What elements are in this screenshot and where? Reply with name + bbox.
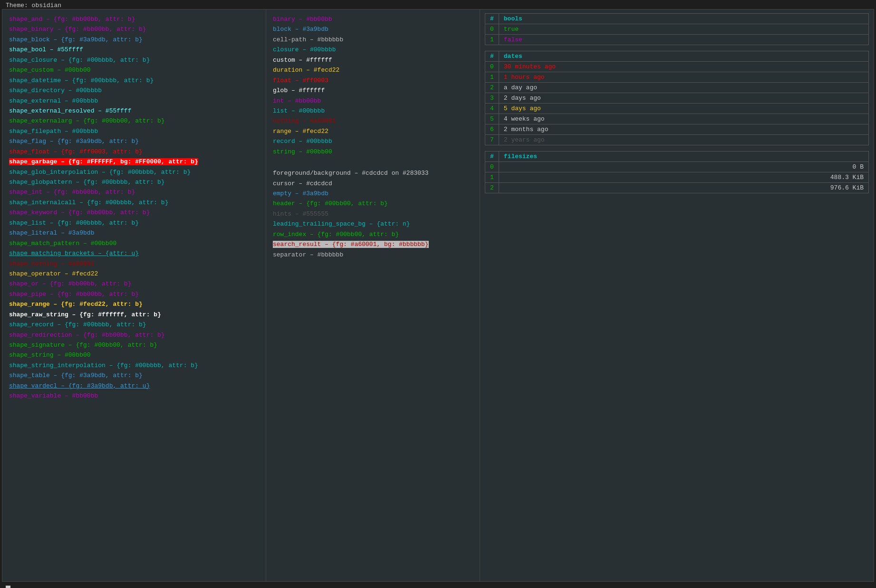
list-item: cell-path – #bbbbbb bbox=[273, 35, 473, 45]
list-item: shape_record – {fg: #00bbbb, attr: b} bbox=[9, 320, 259, 330]
cursor bbox=[6, 586, 10, 588]
list-item: shape_signature – {fg: #00bb00, attr: b} bbox=[9, 340, 259, 350]
bools-col-label: bools bbox=[499, 14, 868, 24]
list-item: shape_range – {fg: #fecd22, attr: b} bbox=[9, 299, 259, 309]
list-item: cursor – #cdcdcd bbox=[273, 179, 473, 189]
list-item: shape_binary – {fg: #bb00bb, attr: b} bbox=[9, 24, 259, 34]
list-item: shape_datetime – {fg: #00bbbb, attr: b} bbox=[9, 76, 259, 85]
list-item: nothing – #a60001 bbox=[273, 116, 473, 126]
list-item: shape_matching_brackets – {attr: u} bbox=[9, 248, 259, 258]
list-item: list – #00bbbb bbox=[273, 106, 473, 116]
list-item: shape_glob_interpolation – {fg: #00bbbb,… bbox=[9, 167, 259, 177]
main-container: shape_and – {fg: #bb00bb, attr: b}shape_… bbox=[2, 9, 874, 582]
list-item: shape_bool – #55ffff bbox=[9, 45, 259, 55]
list-item: shape_literal – #3a9bdb bbox=[9, 228, 259, 238]
list-item: shape_redirection – {fg: #bb00bb, attr: … bbox=[9, 330, 259, 340]
list-item: binary – #bb00bb bbox=[273, 14, 473, 24]
table-row: 030 minutes ago bbox=[485, 62, 869, 72]
list-item: shape_int – {fg: #bb00bb, attr: b} bbox=[9, 187, 259, 197]
list-item: shape_garbage – {fg: #FFFFFF, bg: #FF000… bbox=[9, 157, 259, 167]
list-item: shape_external – #00bbbb bbox=[9, 96, 259, 106]
left-column: shape_and – {fg: #bb00bb, attr: b}shape_… bbox=[2, 9, 266, 581]
list-item: shape_raw_string – {fg: #ffffff, attr: b… bbox=[9, 310, 259, 320]
list-item: shape_list – {fg: #00bbbb, attr: b} bbox=[9, 218, 259, 228]
list-item: separator – #bbbbbb bbox=[273, 250, 473, 260]
dates-col-label: dates bbox=[499, 51, 868, 62]
list-item: int – #bb00bb bbox=[273, 96, 473, 106]
table-row: 1false bbox=[485, 35, 869, 45]
list-item: shape_and – {fg: #bb00bb, attr: b} bbox=[9, 14, 259, 24]
list-item: shape_block – {fg: #3a9bdb, attr: b} bbox=[9, 35, 259, 45]
table-row: 11 hours ago bbox=[485, 72, 869, 83]
list-item: shape_external_resolved – #55ffff bbox=[9, 106, 259, 116]
list-item: block – #3a9bdb bbox=[273, 24, 473, 34]
list-item: shape_match_pattern – #00bb00 bbox=[9, 238, 259, 248]
list-item: foreground/background – #cdcdcd on #2830… bbox=[273, 168, 473, 178]
table-row: 1488.3 KiB bbox=[485, 172, 869, 183]
title-bar: Theme: obsidian bbox=[2, 2, 874, 9]
list-item: shape_internalcall – {fg: #00bbbb, attr:… bbox=[9, 198, 259, 208]
list-item: shape_variable – #bb00bb bbox=[9, 391, 259, 401]
list-item: shape_string – #00bb00 bbox=[9, 350, 259, 360]
list-item: shape_closure – {fg: #00bbbb, attr: b} bbox=[9, 55, 259, 65]
list-item: shape_custom – #00bb00 bbox=[9, 65, 259, 75]
table-row: 32 days ago bbox=[485, 93, 869, 104]
list-item: shape_float – {fg: #ff0003, attr: b} bbox=[9, 147, 259, 157]
list-item: shape_operator – #fecd22 bbox=[9, 269, 259, 279]
filesizes-col-label: filesizes bbox=[499, 152, 868, 162]
list-item: float – #ff0003 bbox=[273, 76, 473, 85]
table-row: 2976.6 KiB bbox=[485, 183, 869, 193]
table-row: 62 months ago bbox=[485, 124, 869, 135]
list-item: shape_pipe – {fg: #bb00bb, attr: b} bbox=[9, 289, 259, 299]
bools-table: # bools 0true1false bbox=[485, 13, 869, 45]
list-item: shape_filepath – #00bbbb bbox=[9, 126, 259, 136]
list-item: empty – #3a9bdb bbox=[273, 189, 473, 199]
list-item: string – #00bb00 bbox=[273, 147, 473, 157]
table-row: 72 years ago bbox=[485, 135, 869, 145]
list-item: record – #00bbbb bbox=[273, 136, 473, 146]
dates-col-hash: # bbox=[485, 51, 499, 62]
table-row: 2a day ago bbox=[485, 83, 869, 93]
list-item: row_index – {fg: #00bb00, attr: b} bbox=[273, 229, 473, 239]
list-item: shape_flag – {fg: #3a9bdb, attr: b} bbox=[9, 136, 259, 146]
table-row: 0true bbox=[485, 24, 869, 35]
list-item: shape_or – {fg: #bb00bb, attr: b} bbox=[9, 279, 259, 289]
list-item: shape_globpattern – {fg: #00bbbb, attr: … bbox=[9, 177, 259, 187]
list-item: shape_table – {fg: #3a9bdb, attr: b} bbox=[9, 370, 259, 380]
dates-table: # dates 030 minutes ago11 hours ago2a da… bbox=[485, 51, 869, 145]
list-item: closure – #00bbbb bbox=[273, 45, 473, 55]
list-item: shape_keyword – {fg: #bb00bb, attr: b} bbox=[9, 208, 259, 218]
list-item: shape_string_interpolation – {fg: #00bbb… bbox=[9, 360, 259, 370]
list-item: shape_nothing – #a60001 bbox=[9, 259, 259, 269]
list-item: search_result – {fg: #a60001, bg: #bbbbb… bbox=[273, 239, 473, 249]
middle-column: binary – #bb00bbblock – #3a9bdbcell-path… bbox=[266, 9, 480, 581]
list-item: glob – #ffffff bbox=[273, 85, 473, 95]
table-row: 54 weeks ago bbox=[485, 114, 869, 124]
table-row: 45 days ago bbox=[485, 104, 869, 114]
list-item: hints – #555555 bbox=[273, 209, 473, 219]
filesizes-col-hash: # bbox=[485, 152, 499, 162]
list-item: range – #fecd22 bbox=[273, 126, 473, 136]
right-column: # bools 0true1false # dates 030 minutes … bbox=[480, 9, 874, 581]
bools-col-hash: # bbox=[485, 14, 499, 24]
filesizes-table: # filesizes 00 B1488.3 KiB2976.6 KiB bbox=[485, 151, 869, 193]
list-item: shape_externalarg – {fg: #00bb00, attr: … bbox=[9, 116, 259, 126]
list-item: shape_vardecl – {fg: #3a9bdb, attr: u} bbox=[9, 381, 259, 391]
table-row: 00 B bbox=[485, 162, 869, 172]
list-item: shape_directory – #00bbbb bbox=[9, 85, 259, 95]
list-item: duration – #fecd22 bbox=[273, 65, 473, 75]
list-item: leading_trailing_space_bg – {attr: n} bbox=[273, 219, 473, 229]
list-item: custom – #ffffff bbox=[273, 55, 473, 65]
list-item: header – {fg: #00bb00, attr: b} bbox=[273, 199, 473, 209]
